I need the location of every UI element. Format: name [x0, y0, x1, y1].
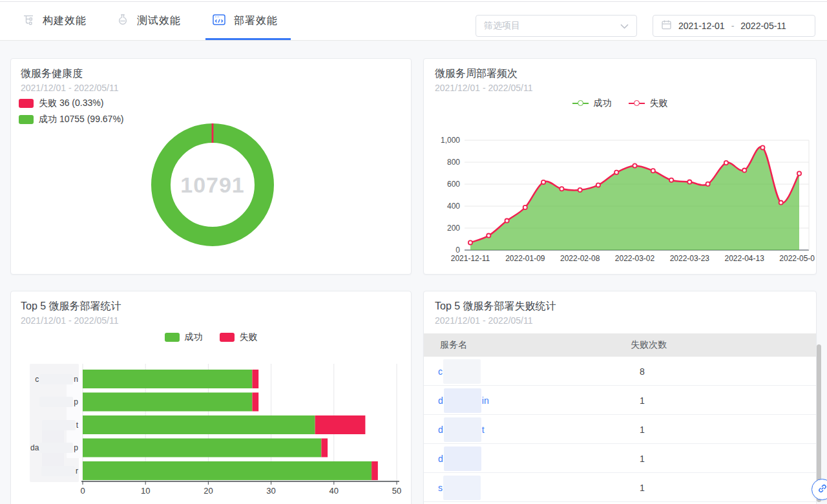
failure-count: 1	[640, 444, 645, 473]
x-axis-tick-label: 0	[80, 486, 85, 496]
legend-item-fail[interactable]: 失败 36 (0.33%)	[19, 98, 124, 109]
project-filter-placeholder: 筛选项目	[484, 20, 520, 32]
legend-label: 失败 36 (0.33%)	[39, 98, 103, 109]
health-donut-chart: 10791	[148, 120, 277, 249]
flask-icon	[116, 13, 129, 28]
x-axis-tick-label: 30	[266, 486, 275, 496]
legend-swatch	[220, 333, 235, 342]
tab-deploy-performance[interactable]: 部署效能	[212, 12, 278, 30]
legend-swatch	[165, 333, 180, 342]
service-name-link[interactable]: d	[438, 444, 482, 473]
bars-legend: 成功失败	[11, 331, 411, 343]
x-axis-tick-label: 2022-03-23	[670, 254, 710, 263]
donut-total-label: 10791	[148, 120, 277, 249]
data-point-marker	[779, 201, 783, 205]
date-start: 2021-12-01	[678, 21, 725, 31]
redaction-block	[444, 388, 481, 413]
service-name-link[interactable]: s	[438, 473, 481, 502]
active-tab-underline	[205, 38, 291, 40]
redaction-block	[443, 476, 481, 500]
y-axis-tick-label: 200	[447, 224, 460, 233]
bar-fail-segment	[315, 415, 366, 434]
pipeline-icon	[22, 13, 35, 28]
bar-fail-segment	[372, 461, 378, 480]
table-row: c8	[424, 357, 816, 386]
redaction-block	[444, 446, 481, 471]
bar-success-segment	[83, 415, 315, 434]
data-point-marker	[742, 169, 746, 173]
data-point-marker	[614, 171, 618, 174]
x-axis-tick-label: 50	[392, 486, 401, 496]
legend-line-marker	[629, 100, 645, 107]
date-range-picker[interactable]: 2021-12-01 - 2022-05-11	[653, 15, 815, 37]
failure-count: 1	[640, 386, 645, 415]
column-header-service: 服务名	[440, 339, 467, 351]
tab-label: 构建效能	[43, 14, 87, 28]
data-point-marker	[687, 180, 691, 184]
redaction-block	[443, 359, 481, 384]
tab-build-performance[interactable]: 构建效能	[22, 12, 87, 30]
panel-title: 微服务周部署频次	[435, 67, 518, 81]
y-axis-tick-label: 0	[455, 246, 460, 255]
top-hairline	[0, 1, 827, 2]
x-axis-tick-label: 40	[330, 486, 339, 496]
code-window-icon	[212, 13, 226, 28]
service-name-link[interactable]: din	[438, 386, 489, 415]
failure-count: 8	[640, 357, 645, 386]
legend-label: 成功	[594, 98, 612, 109]
x-axis-tick-label: 20	[204, 486, 213, 496]
panel-date-range: 2021/12/01 - 2022/05/11	[435, 83, 533, 93]
data-point-marker	[669, 178, 673, 182]
calendar-icon	[661, 19, 672, 32]
date-end: 2022-05-11	[740, 21, 786, 31]
bar-fail-segment	[252, 393, 258, 412]
table-body: c8din1dt1d1s1	[424, 357, 816, 502]
bar-success-segment	[83, 461, 372, 480]
panel-weekly-deploy-frequency: 微服务周部署频次 2021/12/01 - 2022/05/11 成功失败 02…	[423, 58, 817, 275]
data-point-marker	[505, 219, 509, 223]
x-axis-tick-label: 2022-01-09	[505, 254, 545, 263]
chain-link-icon	[817, 483, 827, 496]
top-navbar: 构建效能 测试效能 部署效能 筛选项目	[0, 0, 827, 41]
data-point-marker	[523, 205, 527, 209]
legend-label: 成功 10755 (99.67%)	[39, 114, 124, 125]
x-axis-tick-label: 2022-02-08	[560, 254, 600, 263]
tab-label: 部署效能	[234, 14, 278, 28]
legend-swatch	[19, 99, 34, 108]
panel-microservice-health: 微服务健康度 2021/12/01 - 2022/05/11 失败 36 (0.…	[10, 58, 412, 275]
legend-item-fail[interactable]: 失败	[220, 331, 258, 343]
y-axis-tick-label: 1,000	[441, 136, 460, 145]
table-row: din1	[424, 386, 816, 415]
date-separator: -	[731, 21, 735, 31]
data-point-marker	[797, 171, 801, 175]
legend-item-success[interactable]: 成功	[572, 98, 612, 109]
legend-label: 失败	[240, 331, 258, 343]
data-point-marker	[578, 188, 582, 192]
bar-fail-segment	[252, 370, 258, 388]
data-point-marker	[760, 145, 764, 149]
legend-label: 失败	[650, 98, 668, 109]
table-header: 服务名 失败次数	[424, 333, 816, 357]
service-name-link[interactable]: c	[438, 357, 481, 386]
service-name-link[interactable]: dt	[438, 415, 485, 444]
data-point-marker	[560, 187, 563, 191]
legend-item-success[interactable]: 成功 10755 (99.67%)	[19, 114, 124, 125]
data-point-marker	[706, 182, 710, 186]
panel-date-range: 2021/12/01 - 2022/05/11	[21, 83, 119, 93]
health-legend: 失败 36 (0.33%)成功 10755 (99.67%)	[19, 98, 124, 125]
bar-success-segment	[83, 370, 252, 388]
y-axis-tick-label: 600	[447, 180, 460, 189]
tab-test-performance[interactable]: 测试效能	[116, 12, 181, 30]
legend-swatch	[19, 115, 34, 124]
x-axis-tick-label: 2022-05-04	[779, 254, 815, 263]
panel-top5-deploy-stats: Top 5 微服务部署统计 2021/12/01 - 2022/05/11 成功…	[10, 291, 412, 504]
project-filter-select[interactable]: 筛选项目	[476, 15, 637, 37]
legend-item-success[interactable]: 成功	[165, 331, 203, 343]
x-axis-tick-label: 2022-03-02	[615, 254, 655, 263]
legend-label: 成功	[185, 331, 203, 343]
panel-title: Top 5 微服务部署统计	[21, 300, 121, 313]
column-header-failures: 失败次数	[631, 339, 667, 351]
y-axis-tick-label: 400	[447, 202, 460, 211]
legend-item-fail[interactable]: 失败	[629, 98, 668, 109]
data-point-marker	[633, 163, 636, 167]
